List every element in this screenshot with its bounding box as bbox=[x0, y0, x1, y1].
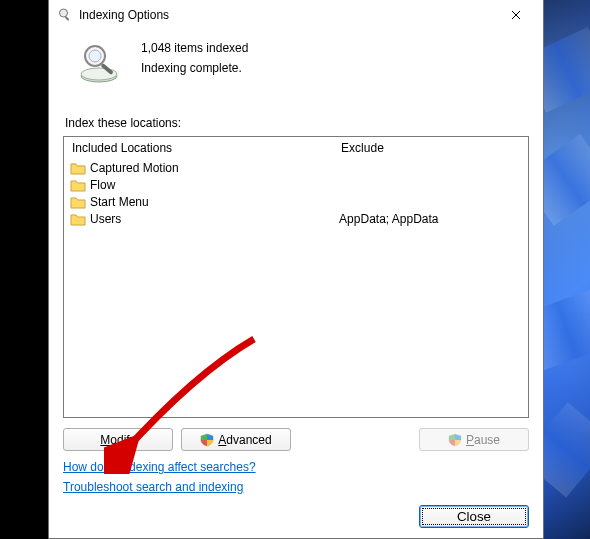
titlebar-close-button[interactable] bbox=[495, 1, 537, 29]
folder-icon bbox=[70, 161, 86, 175]
folder-icon bbox=[70, 212, 86, 226]
list-item[interactable]: Start Menu bbox=[64, 193, 333, 210]
desktop-wallpaper-strip bbox=[544, 0, 590, 539]
column-header-exclude[interactable]: Exclude bbox=[333, 138, 528, 158]
indexing-large-icon bbox=[75, 38, 123, 86]
index-locations-label: Index these locations: bbox=[65, 116, 529, 130]
magnifier-icon bbox=[57, 7, 73, 23]
location-name: Start Menu bbox=[90, 195, 149, 209]
exclude-cell: AppData; AppData bbox=[333, 210, 528, 227]
indexing-options-dialog: Indexing Options 1,048 items indexed bbox=[48, 0, 544, 539]
folder-icon bbox=[70, 195, 86, 209]
modify-button[interactable]: Modify bbox=[63, 428, 173, 451]
troubleshoot-link[interactable]: Troubleshoot search and indexing bbox=[63, 480, 243, 494]
location-name: Users bbox=[90, 212, 121, 226]
help-link[interactable]: How does indexing affect searches? bbox=[63, 460, 256, 474]
location-name: Flow bbox=[90, 178, 115, 192]
svg-rect-1 bbox=[65, 16, 70, 21]
close-button[interactable]: Close bbox=[419, 505, 529, 528]
locations-listview[interactable]: Included Locations Exclude Captured Moti… bbox=[63, 136, 529, 418]
shield-icon bbox=[448, 433, 462, 447]
list-item[interactable]: Captured Motion bbox=[64, 159, 333, 176]
exclude-cell bbox=[333, 159, 528, 176]
pause-button: Pause bbox=[419, 428, 529, 451]
exclude-cell bbox=[333, 193, 528, 210]
svg-point-0 bbox=[60, 9, 68, 17]
folder-icon bbox=[70, 178, 86, 192]
close-icon bbox=[511, 10, 521, 20]
indexing-state-label: Indexing complete. bbox=[141, 58, 248, 78]
exclude-cell bbox=[333, 176, 528, 193]
column-header-included[interactable]: Included Locations bbox=[64, 138, 333, 158]
titlebar[interactable]: Indexing Options bbox=[49, 0, 543, 30]
items-indexed-label: 1,048 items indexed bbox=[141, 38, 248, 58]
location-name: Captured Motion bbox=[90, 161, 179, 175]
list-item[interactable]: Users bbox=[64, 210, 333, 227]
list-item[interactable]: Flow bbox=[64, 176, 333, 193]
svg-point-7 bbox=[89, 50, 101, 62]
dialog-title: Indexing Options bbox=[79, 8, 169, 22]
listview-headers[interactable]: Included Locations Exclude bbox=[64, 137, 528, 159]
shield-icon bbox=[200, 433, 214, 447]
advanced-button[interactable]: Advanced bbox=[181, 428, 291, 451]
